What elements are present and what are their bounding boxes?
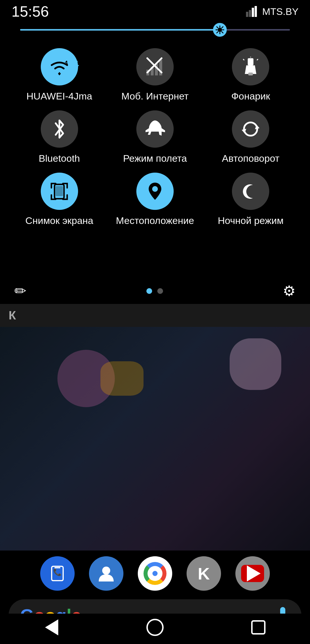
- svg-point-32: [102, 567, 110, 575]
- recents-icon: [251, 620, 266, 635]
- dock-contacts[interactable]: [89, 556, 123, 591]
- location-tile-label: Местоположение: [116, 215, 194, 226]
- keyboard-bar[interactable]: К: [0, 304, 310, 327]
- svg-line-11: [222, 27, 223, 28]
- carrier-label: MTS.BY: [262, 6, 299, 17]
- brightness-fill: [20, 29, 222, 31]
- tile-mobile-data[interactable]: Моб. Интернет: [110, 48, 200, 102]
- screenshot-icon: [50, 182, 69, 201]
- youtube-play-icon: [247, 565, 261, 581]
- svg-line-10: [222, 32, 223, 33]
- phone-icon: 📞: [49, 565, 66, 582]
- svg-point-4: [218, 28, 222, 32]
- airplane-tile-label: Режим полета: [123, 153, 187, 164]
- home-icon: [146, 619, 164, 636]
- chrome-center: [151, 569, 159, 577]
- recents-button[interactable]: [247, 616, 270, 639]
- quick-settings-panel: 4 ⇅ HUAWEI-4Jma Моб. Интернет: [0, 0, 310, 304]
- mobile-data-icon-wrap[interactable]: [136, 48, 174, 85]
- edit-button[interactable]: ✏: [14, 283, 26, 299]
- klite-label: K: [198, 564, 210, 583]
- bluetooth-tile-label: Bluetooth: [39, 153, 80, 164]
- signal-icon: [246, 6, 257, 17]
- tile-screenshot[interactable]: Снимок экрана: [14, 173, 104, 226]
- tile-bluetooth[interactable]: Bluetooth: [14, 110, 104, 164]
- svg-point-30: [152, 186, 158, 192]
- tile-location[interactable]: Местоположение: [110, 173, 200, 226]
- status-time: 15:56: [11, 3, 49, 20]
- dock-phone[interactable]: 📞: [40, 556, 75, 591]
- page-dot-2: [157, 288, 163, 294]
- svg-rect-20: [248, 58, 253, 65]
- qs-toolbar: ✏ ⚙: [0, 278, 310, 304]
- dock-chrome[interactable]: [138, 556, 172, 591]
- svg-rect-3: [255, 6, 257, 17]
- wifi-data-arrows: ⇅: [72, 59, 80, 69]
- svg-rect-0: [246, 12, 248, 17]
- bluetooth-icon: [52, 119, 67, 139]
- svg-line-25: [257, 59, 258, 60]
- svg-rect-22: [248, 73, 253, 75]
- contacts-icon: [97, 564, 116, 583]
- location-icon-wrap[interactable]: [136, 173, 174, 210]
- page-indicators: [146, 288, 163, 294]
- screenshot-icon-wrap[interactable]: [41, 173, 78, 210]
- status-bar: 15:56 MTS.BY: [0, 0, 310, 23]
- settings-button[interactable]: ⚙: [283, 283, 296, 299]
- svg-line-9: [217, 27, 218, 28]
- flashlight-icon-wrap[interactable]: [232, 48, 269, 85]
- tile-wifi[interactable]: 4 ⇅ HUAWEI-4Jma: [14, 48, 104, 102]
- svg-text:4: 4: [64, 59, 68, 67]
- nightmode-tile-label: Ночной режим: [218, 215, 284, 226]
- back-button[interactable]: [40, 616, 63, 639]
- airplane-icon-wrap[interactable]: [136, 110, 174, 148]
- keyboard-label: К: [9, 309, 16, 322]
- svg-rect-29: [56, 186, 63, 196]
- airplane-icon: [145, 119, 165, 139]
- wallpaper-shape-3: [230, 338, 281, 390]
- nightmode-icon: [241, 182, 260, 201]
- back-icon: [45, 619, 58, 635]
- flashlight-icon: [242, 57, 259, 77]
- sun-icon: [216, 26, 224, 34]
- chrome-ring: [144, 562, 166, 585]
- wallpaper-shape-2: [100, 361, 144, 396]
- bluetooth-icon-wrap[interactable]: [41, 110, 78, 148]
- tile-flashlight[interactable]: Фонарик: [206, 48, 296, 102]
- mobile-data-tile-label: Моб. Интернет: [121, 91, 189, 102]
- wifi-icon: 4: [49, 58, 69, 75]
- svg-line-12: [217, 32, 218, 33]
- brightness-thumb[interactable]: [213, 23, 227, 37]
- autorotate-icon: [241, 119, 261, 139]
- tiles-grid: 4 ⇅ HUAWEI-4Jma Моб. Интернет: [9, 45, 301, 229]
- screenshot-tile-label: Снимок экрана: [25, 215, 93, 226]
- tile-airplane[interactable]: Режим полета: [110, 110, 200, 164]
- svg-rect-2: [252, 8, 254, 17]
- nightmode-icon-wrap[interactable]: [232, 173, 269, 210]
- nav-bar: [0, 614, 310, 644]
- autorotate-icon-wrap[interactable]: [232, 110, 269, 148]
- tile-autorotate[interactable]: Автоповорот: [206, 110, 296, 164]
- home-button[interactable]: [144, 616, 166, 639]
- dock: 📞 K: [0, 551, 310, 596]
- home-area: [0, 327, 310, 551]
- dock-klite[interactable]: K: [187, 556, 221, 591]
- flashlight-tile-label: Фонарик: [231, 91, 270, 102]
- dock-youtube[interactable]: [235, 556, 270, 591]
- autorotate-tile-label: Автоповорот: [222, 153, 280, 164]
- wifi-tile-icon-wrap[interactable]: 4 ⇅: [41, 48, 78, 85]
- tile-nightmode[interactable]: Ночной режим: [206, 173, 296, 226]
- svg-line-24: [243, 59, 244, 60]
- page-dot-1: [146, 288, 152, 294]
- wifi-tile-label: HUAWEI-4Jma: [26, 91, 92, 102]
- youtube-wrap: [241, 565, 264, 582]
- brightness-slider[interactable]: [20, 29, 290, 31]
- location-icon: [146, 181, 164, 201]
- brightness-row[interactable]: [9, 23, 301, 37]
- status-icons: MTS.BY: [246, 6, 299, 17]
- svg-text:📞: 📞: [53, 568, 62, 576]
- mobile-data-icon: [145, 57, 165, 77]
- svg-rect-1: [249, 10, 251, 17]
